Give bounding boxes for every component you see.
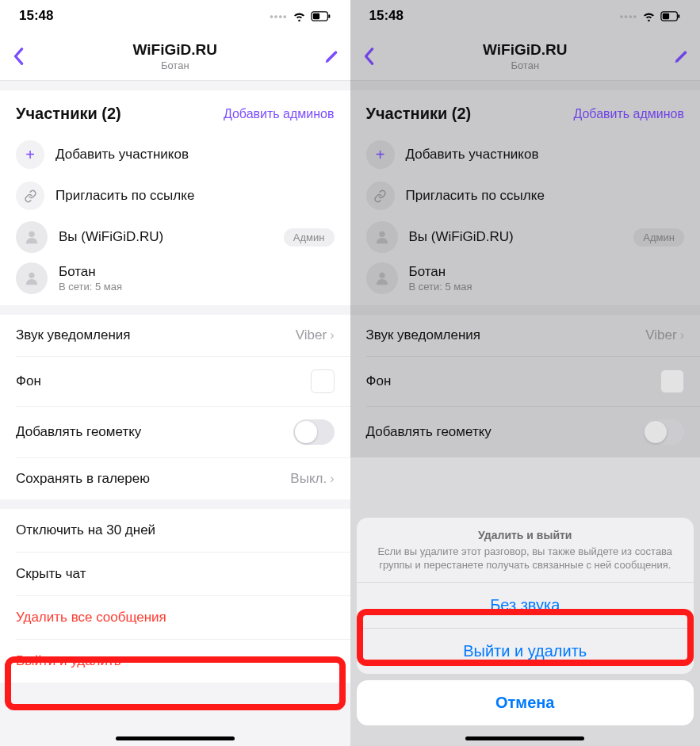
page-subtitle: Ботан [36,59,314,71]
add-admins-button[interactable]: Добавить админов [224,107,335,121]
battery-icon [311,11,331,21]
geotag-row[interactable]: Добавлять геометку [0,407,350,457]
plus-icon: + [16,140,44,169]
svg-point-4 [29,273,34,278]
invite-link-button[interactable]: Пригласить по ссылке [0,175,350,216]
status-bar: 15:48 •••• [0,0,350,32]
back-button[interactable] [0,47,36,66]
sheet-title: Удалить и выйти [374,529,677,541]
member-status: В сети: 5 мая [59,281,335,293]
home-indicator[interactable] [116,736,235,740]
snooze-button[interactable]: Отключить на 30 дней [0,509,350,552]
member-row-self[interactable]: Вы (WiFiGiD.RU) Админ [0,216,350,258]
chevron-right-icon: › [330,472,334,486]
signal-dots-icon: •••• [270,10,287,22]
avatar-icon [16,262,48,294]
status-icons: •••• [270,10,331,22]
svg-rect-2 [328,14,330,18]
edit-button[interactable] [314,48,350,65]
save-gallery-row[interactable]: Сохранять в галерею Выкл.› [0,458,350,499]
home-indicator[interactable] [465,736,584,740]
notification-sound-row[interactable]: Звук уведомления Viber› [0,315,350,356]
page-title: WiFiGiD.RU [36,41,314,59]
chevron-right-icon: › [330,328,334,342]
member-row[interactable]: Ботан В сети: 5 мая [0,258,350,305]
wifi-icon [293,11,306,21]
participants-title: Участники (2) [16,105,121,123]
link-icon [16,182,44,210]
geotag-toggle[interactable] [293,419,335,445]
clock: 15:48 [19,8,53,24]
hide-chat-button[interactable]: Скрыть чат [0,553,350,595]
add-members-button[interactable]: + Добавить участников [0,134,350,175]
svg-rect-1 [312,13,319,18]
nav-bar: WiFiGiD.RU Ботан [0,32,350,81]
member-name: Ботан [59,264,335,280]
background-swatch [311,369,335,393]
avatar-icon [16,221,48,253]
action-sheet-backdrop[interactable]: Удалить и выйти Если вы удалите этот раз… [350,0,701,746]
sheet-leave-delete-button[interactable]: Выйти и удалить [357,628,694,674]
delete-all-button[interactable]: Удалить все сообщения [0,596,350,639]
background-row[interactable]: Фон [0,357,350,406]
member-name: Вы (WiFiGiD.RU) [59,229,273,245]
admin-badge: Админ [284,228,335,247]
sheet-mute-button[interactable]: Без звука [357,582,694,628]
action-sheet: Удалить и выйти Если вы удалите этот раз… [357,518,694,674]
sheet-cancel-button[interactable]: Отмена [357,680,694,725]
sheet-description: Если вы удалите этот разговор, вы также … [374,545,677,572]
svg-point-3 [29,231,34,237]
leave-delete-button[interactable]: Выйти и удалить [0,640,350,683]
